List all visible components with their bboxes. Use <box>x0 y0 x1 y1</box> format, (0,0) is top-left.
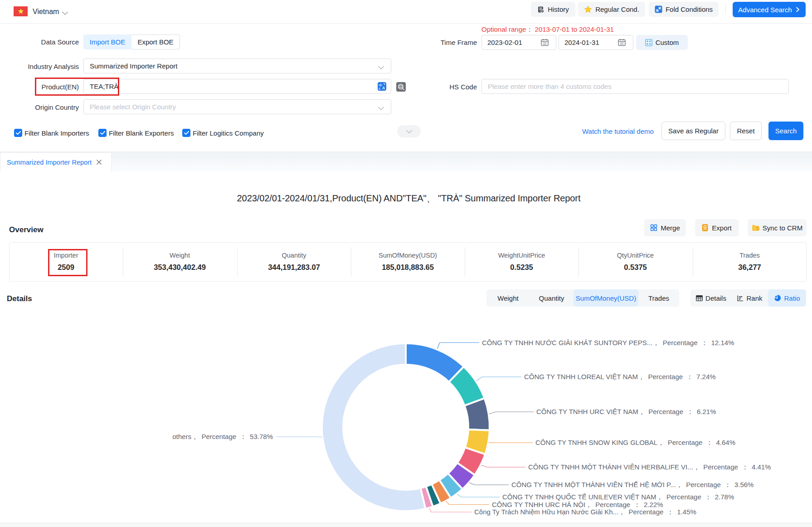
svg-text:CÔNG TY TNHH MỘT THÀNH VIÊN HE: CÔNG TY TNHH MỘT THÀNH VIÊN HERBALIFE VI… <box>528 463 771 471</box>
svg-text:CÔNG TY TNHH QUỐC TẾ UNILEVER: CÔNG TY TNHH QUỐC TẾ UNILEVER VIỆT NAM， … <box>502 493 734 501</box>
svg-text:A: A <box>382 86 385 90</box>
svg-text:CÔNG TY TNHH NƯỚC GIẢI KHÁT SU: CÔNG TY TNHH NƯỚC GIẢI KHÁT SUNTORY PEPS… <box>482 339 734 346</box>
svg-text:others， Percentage ： 53.78%: others， Percentage ： 53.78% <box>172 433 273 440</box>
svg-text:CÔNG TY TNHH URC VIỆT NAM， Per: CÔNG TY TNHH URC VIỆT NAM， Percentage ： … <box>536 408 716 415</box>
svg-text:CÔNG TY TNHH URC HÀ NỘI， Perce: CÔNG TY TNHH URC HÀ NỘI， Percentage ： 2.… <box>492 501 663 508</box>
svg-text:CÔNG TY TNHH LOREAL VIỆT NAM，: CÔNG TY TNHH LOREAL VIỆT NAM， Percentage… <box>524 373 716 381</box>
svg-text:CÔNG TY TNHH SNOW KING GLOBAL，: CÔNG TY TNHH SNOW KING GLOBAL， Percentag… <box>535 439 735 446</box>
svg-text:CÔNG TY TNHH MỘT THÀNH VIÊN TH: CÔNG TY TNHH MỘT THÀNH VIÊN THẾ HỆ MỚI P… <box>511 481 754 488</box>
svg-text:Công Ty Trách Nhiệm Hữu Hạn Nư: Công Ty Trách Nhiệm Hữu Hạn Nước Giải Kh… <box>474 508 696 516</box>
